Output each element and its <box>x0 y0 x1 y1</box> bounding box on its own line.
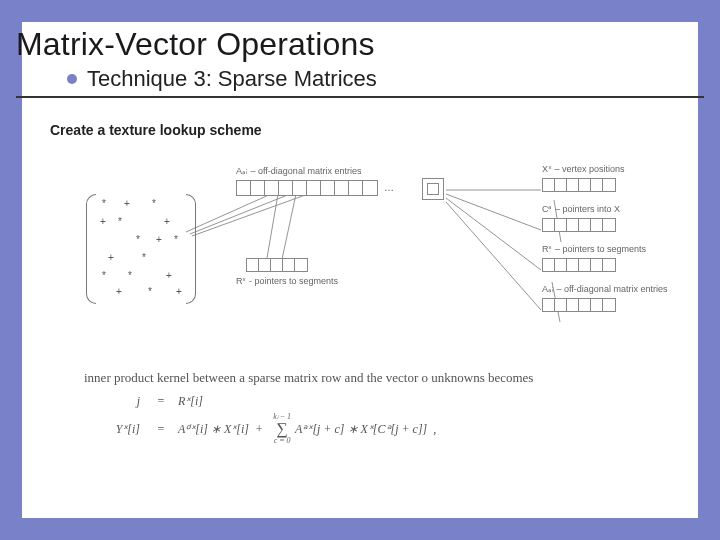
sigma-icon: kᵢ − 1 ∑ c = 0 <box>273 413 291 445</box>
label-ptrseg-right: Rˣ – pointers to segments <box>542 244 646 254</box>
formula-row-2: Yˣ[i] = Aᵈˣ[i] ∗ Xˣ[i] + kᵢ − 1 ∑ c = 0 … <box>84 413 644 445</box>
formula-row-1: j = Rˣ[i] <box>84 394 644 409</box>
svg-line-2 <box>192 194 308 236</box>
label-vertex-positions: Xˣ – vertex positions <box>542 164 625 174</box>
pointers-x-strip <box>542 218 616 232</box>
sparse-matrix-bracket: * + * + * + * + * + * * * + + * + <box>86 194 196 304</box>
label-offdiag-left: Aₐᵢ – off-diagonal matrix entries <box>236 166 361 176</box>
segment-pointer-strip <box>246 258 308 272</box>
formula-lead-text: inner product kernel between a sparse ma… <box>84 370 644 386</box>
eq2-plus: + <box>255 422 263 437</box>
label-ptrseg-left: Rˣ - pointers to segments <box>236 276 338 286</box>
eq1-lhs: j <box>84 394 140 409</box>
offdiag-entries-strip <box>236 180 378 196</box>
svg-line-3 <box>266 194 278 264</box>
eq1-eq: = <box>154 394 168 409</box>
bullet-icon <box>67 74 77 84</box>
svg-line-4 <box>281 194 296 264</box>
eq1-rhs: Rˣ[i] <box>178 394 203 409</box>
eq2-lhs: Yˣ[i] <box>84 422 140 437</box>
divider-line <box>16 96 704 98</box>
label-offdiag-right: Aₐᵢ – off-diagonal matrix entries <box>542 284 667 294</box>
svg-line-8 <box>446 202 541 310</box>
nonzero-markers: * + * + * + * + * + * * * + + * + <box>96 194 186 304</box>
slide-title: Matrix-Vector Operations <box>16 26 375 63</box>
eq2-termA: Aᵈˣ[i] ∗ Xˣ[i] <box>178 422 249 437</box>
subtitle-row: Technique 3: Sparse Matrices <box>67 66 377 92</box>
slide-subtitle: Technique 3: Sparse Matrices <box>87 66 377 92</box>
slide-frame: Matrix-Vector Operations Technique 3: Sp… <box>0 0 720 540</box>
ellipsis: … <box>384 182 394 193</box>
eq2-tail: , <box>433 422 436 437</box>
paren-left-icon <box>86 194 96 304</box>
offdiag-right-strip <box>542 298 616 312</box>
svg-line-6 <box>446 194 541 230</box>
eq2-termB: Aᵃˣ[j + c] ∗ Xˣ[Cᵃ[j + c]] <box>295 422 427 437</box>
texture-lookup-diagram: * + * + * + * + * + * * * + + * + Aₐᵢ – … <box>86 172 646 362</box>
description-text: Create a texture lookup scheme <box>50 122 262 138</box>
formula-block: inner product kernel between a sparse ma… <box>84 370 644 445</box>
svg-line-7 <box>446 198 541 270</box>
ptrseg-right-strip <box>542 258 616 272</box>
label-pointers-x: Cᵃ – pointers into X <box>542 204 620 214</box>
lookup-box <box>422 178 444 200</box>
svg-line-1 <box>190 194 290 234</box>
vertex-positions-strip <box>542 178 616 192</box>
sigma-bot: c = 0 <box>274 437 291 445</box>
paren-right-icon <box>186 194 196 304</box>
svg-line-0 <box>186 194 271 232</box>
eq2-eq: = <box>154 422 168 437</box>
